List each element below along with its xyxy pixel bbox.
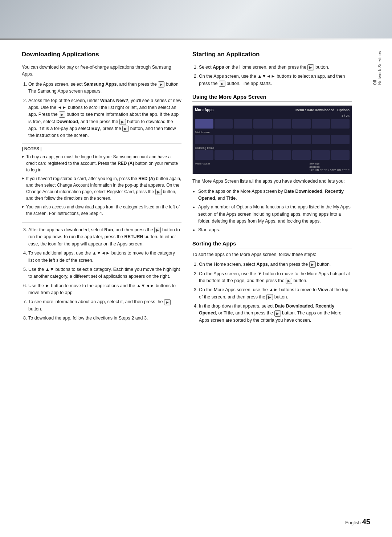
- more-apps-desc: The More Apps Screen lists all the apps …: [192, 178, 352, 185]
- return-label: RETURN: [124, 234, 143, 239]
- step-2: Across the top of the screen, under What…: [28, 97, 181, 139]
- sort-step-3: On the More Apps screen, use the ▲► butt…: [199, 286, 352, 301]
- section-downloading-title: Downloading Applications: [22, 51, 181, 60]
- start-step-2: On the Apps screen, use the ▲▼◄► buttons…: [199, 73, 352, 87]
- sort-label: Date Downloaded: [284, 189, 322, 194]
- apps-label: Apps: [213, 65, 224, 70]
- button-icon-13: ▶: [274, 310, 281, 317]
- button-icon-8: ▶: [307, 64, 314, 70]
- red-a-label-2: RED (A): [138, 176, 155, 181]
- downloading-intro: You can download for pay or free-of-char…: [22, 64, 181, 78]
- notes-list: To buy an app, you must be logged into y…: [22, 154, 181, 217]
- more-apps-footer: MidBrowser Storage address 128 KB FREE /…: [195, 162, 350, 172]
- title-label: Title: [226, 196, 236, 201]
- app-cell: [253, 119, 272, 129]
- more-apps-screenshot: More Apps Menu : Date Downloaded Options…: [192, 105, 352, 174]
- section-starting-title: Starting an Application: [192, 51, 352, 60]
- button-icon-10: ▶: [309, 261, 316, 268]
- more-apps-footer-left: MidBrowser: [195, 162, 210, 172]
- address-label: address: [309, 165, 350, 168]
- starting-steps-list: Select Apps on the Home screen, and then…: [192, 64, 352, 87]
- whats-new-label: What's New?: [100, 98, 128, 103]
- download-label: Download: [56, 119, 78, 124]
- downloading-steps-continued: After the app has downloaded, select Run…: [22, 227, 181, 322]
- note-1: To buy an app, you must be logged into y…: [22, 154, 181, 173]
- page-footer: English45: [0, 518, 392, 526]
- button-icon-7: ▶: [164, 299, 171, 305]
- more-apps-label: More Apps: [195, 108, 213, 112]
- app-cell: [273, 150, 291, 160]
- sorting-intro: To sort the apps on the More Apps screen…: [192, 251, 352, 258]
- app-cell: [331, 150, 350, 160]
- more-apps-options: Options: [337, 108, 350, 112]
- button-icon-5: ▶: [155, 189, 162, 195]
- more-apps-bullets: Sort the apps on the More Apps screen by…: [192, 188, 352, 234]
- note-3: You can also access and download apps fr…: [22, 204, 181, 217]
- app-grid-3: [195, 150, 350, 160]
- more-apps-menu: Menu : Date Downloaded: [295, 108, 334, 112]
- footer-language: English: [345, 520, 361, 525]
- sort-step-1: On the Home screen, select Apps, and the…: [199, 261, 352, 268]
- app-cell: [253, 135, 272, 144]
- run-label: Run: [104, 227, 113, 232]
- button-icon-4: ▶: [122, 126, 129, 132]
- left-column: Downloading Applications You can downloa…: [22, 51, 181, 328]
- start-step-1: Select Apps on the Home screen, and then…: [199, 64, 352, 71]
- samsung-apps-label: Samsung Apps: [84, 82, 117, 87]
- app-cell: [273, 135, 291, 144]
- more-apps-page-num: 1 / 23: [195, 114, 350, 118]
- chapter-side-label: 06 Network Services: [372, 51, 382, 85]
- button-icon-1: ▶: [158, 81, 164, 88]
- app-category-1: Middleware: [195, 131, 350, 134]
- red-a-label: RED (A): [118, 161, 134, 166]
- app-cell: [215, 150, 233, 160]
- more-apps-bullet-3: Start apps.: [198, 227, 352, 233]
- chapter-title: Network Services: [377, 51, 382, 85]
- title-label-2: Title: [224, 310, 233, 316]
- right-column: Starting an Application Select Apps on t…: [192, 51, 352, 328]
- app-cell: [273, 119, 291, 129]
- app-cell: [253, 150, 272, 160]
- buy-label: Buy: [91, 126, 100, 131]
- step-1: On the Apps screen, select Samsung Apps,…: [28, 81, 181, 95]
- sorting-steps-list: On the Home screen, select Apps, and the…: [192, 261, 352, 324]
- app-cell: [195, 150, 213, 160]
- sort-step-4: In the drop down that appears, select Da…: [199, 303, 352, 324]
- app-grid-2: [195, 135, 350, 144]
- more-apps-bullet-2: Apply a number of Options Menu functions…: [198, 204, 352, 225]
- button-icon-6: ▶: [154, 227, 161, 233]
- button-icon-9: ▶: [219, 81, 225, 87]
- app-cell: [292, 119, 311, 129]
- app-cell: [331, 135, 350, 144]
- button-icon-12: ▶: [266, 294, 273, 300]
- section-sorting-title: Sorting the Apps: [192, 240, 352, 248]
- button-icon-2: ▶: [59, 111, 65, 118]
- more-apps-footer-right: Storage address 128 KB FREE / 5625 KB FR…: [309, 162, 350, 172]
- app-cell: [234, 150, 252, 160]
- step-6: Use the ► button to move to the applicat…: [28, 282, 181, 297]
- button-icon-3: ▶: [119, 119, 126, 125]
- storage-val: 128 KB FREE / 5625 KB FREE: [309, 168, 350, 172]
- more-apps-header-right: Menu : Date Downloaded Options: [295, 108, 350, 112]
- app-cell: [331, 119, 350, 129]
- button-icon-11: ▶: [286, 278, 292, 284]
- app-cell: [234, 135, 252, 144]
- app-cell: [312, 135, 330, 144]
- date-downloaded-label: Date Downloaded: [275, 304, 313, 309]
- chapter-number: 06: [372, 52, 377, 85]
- step-3: After the app has downloaded, select Run…: [28, 227, 181, 248]
- more-apps-bullet-1: Sort the apps on the More Apps screen by…: [198, 188, 352, 202]
- more-apps-header: More Apps Menu : Date Downloaded Options: [195, 108, 350, 112]
- app-cell: [292, 150, 311, 160]
- app-grid-1: [195, 119, 350, 129]
- header-banner: [0, 0, 392, 40]
- recently-opened-label-2: Recently Opened: [199, 304, 334, 316]
- step-5: Use the ▲▼ buttons to select a category.…: [28, 266, 181, 280]
- downloading-steps-list: On the Apps screen, select Samsung Apps,…: [22, 81, 181, 139]
- main-content: Downloading Applications You can downloa…: [0, 40, 392, 349]
- app-cell: [215, 119, 233, 129]
- page-number: 45: [362, 518, 370, 526]
- note-2: If you haven't registered a card, after …: [22, 175, 181, 202]
- step-4: To see additional apps, use the ▲▼◄► but…: [28, 250, 181, 264]
- section-more-apps-title: Using the More Apps Screen: [192, 94, 352, 102]
